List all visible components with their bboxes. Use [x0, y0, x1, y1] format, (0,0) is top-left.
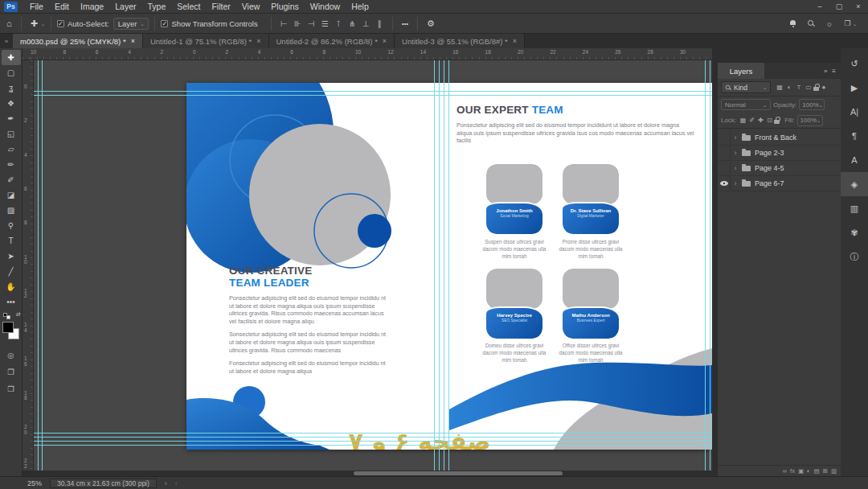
- filter-smart-object-icon[interactable]: [813, 84, 819, 91]
- vertical-guide[interactable]: [448, 60, 449, 471]
- lock-position-icon[interactable]: ✚: [756, 117, 765, 124]
- distribute-bottom-icon[interactable]: ⊥: [359, 19, 373, 28]
- expand-chevron-icon[interactable]: ›: [731, 164, 740, 172]
- horizontal-guide[interactable]: [34, 95, 712, 96]
- document-tab[interactable]: Untitled-3 @ 55.1% (RGB/8#) *×: [395, 34, 525, 48]
- expand-chevron-icon[interactable]: ›: [731, 134, 740, 142]
- show-transform-checkbox[interactable]: ✓: [161, 20, 168, 27]
- marquee-tool[interactable]: ▢: [2, 65, 21, 80]
- kind-filter-dropdown[interactable]: Kind ⌄: [721, 81, 771, 93]
- vertical-guide[interactable]: [439, 60, 440, 471]
- layers-panel-icon[interactable]: ◈: [841, 172, 868, 196]
- actions-icon[interactable]: ▶: [841, 76, 868, 100]
- minimize-button[interactable]: –: [810, 2, 829, 10]
- horizontal-guide[interactable]: [34, 433, 712, 434]
- foreground-color-swatch[interactable]: [2, 322, 14, 333]
- spot-healing-tool[interactable]: ▱: [2, 142, 21, 157]
- move-tool-icon[interactable]: ✚: [27, 18, 41, 29]
- horizontal-scrollbar[interactable]: [34, 471, 712, 476]
- horizontal-guide[interactable]: [34, 445, 712, 446]
- new-layer-icon[interactable]: ⊞: [823, 467, 828, 475]
- distribute-horizontal-icon[interactable]: ∥: [373, 19, 387, 28]
- edit-toolbar[interactable]: •••: [2, 294, 21, 310]
- close-tab-icon[interactable]: ×: [383, 37, 387, 45]
- hand-tool[interactable]: ✋: [2, 279, 21, 294]
- photoshop-logo-icon[interactable]: Ps: [4, 2, 18, 12]
- tool-preset-chevron-icon[interactable]: ⌄: [41, 21, 45, 27]
- lock-paint-icon[interactable]: ✐: [747, 117, 756, 124]
- layer-group-front-back[interactable]: › Front & Back: [718, 130, 841, 146]
- visibility-toggle[interactable]: [718, 161, 731, 176]
- menu-item[interactable]: Layer: [109, 2, 141, 11]
- align-center-vertical-icon[interactable]: ☰: [318, 19, 332, 28]
- libraries-panel-icon[interactable]: ▥: [841, 196, 868, 220]
- filter-pixel-icon[interactable]: ▦: [775, 84, 784, 91]
- lock-all-icon[interactable]: [774, 117, 780, 124]
- home-icon[interactable]: ⌂: [3, 18, 15, 28]
- filter-shape-icon[interactable]: ▭: [804, 84, 813, 91]
- color-panel-icon[interactable]: ✾: [841, 220, 868, 244]
- status-next-icon[interactable]: ›: [165, 479, 167, 487]
- maximize-button[interactable]: ▢: [829, 2, 849, 10]
- vertical-guide[interactable]: [434, 60, 435, 471]
- lock-transparency-icon[interactable]: ▦: [739, 117, 747, 124]
- panel-menu-icon[interactable]: ≡: [832, 68, 836, 75]
- menu-item[interactable]: Edit: [49, 2, 75, 11]
- document-tab[interactable]: Untitled-1 @ 75.1% (RGB/8) *×: [143, 34, 269, 48]
- vertical-guide[interactable]: [42, 60, 43, 471]
- visibility-toggle[interactable]: [718, 176, 731, 191]
- visibility-toggle[interactable]: [718, 130, 731, 146]
- horizontal-guide[interactable]: [34, 91, 712, 92]
- quick-selection-tool[interactable]: ❖: [2, 96, 21, 111]
- more-options-icon[interactable]: •••: [399, 20, 411, 27]
- eraser-tool[interactable]: ◪: [2, 187, 21, 203]
- opacity-value[interactable]: 100%⌄: [799, 99, 825, 110]
- vertical-guide[interactable]: [444, 60, 444, 471]
- eyedropper-tool[interactable]: ✒: [2, 111, 21, 126]
- align-center-horizontal-icon[interactable]: ⊪: [291, 19, 305, 28]
- workspace-options-gear-icon[interactable]: ⚙: [424, 18, 438, 29]
- adjustment-layer-icon[interactable]: ◐: [807, 467, 811, 475]
- horizontal-guide[interactable]: [34, 437, 712, 438]
- menu-item[interactable]: Help: [346, 2, 375, 11]
- distribute-center-icon[interactable]: ⋔: [346, 19, 359, 28]
- filter-toggle-icon[interactable]: ●: [819, 84, 829, 91]
- delete-layer-icon[interactable]: ▥: [831, 467, 837, 475]
- scrollbar-thumb[interactable]: [354, 471, 563, 475]
- path-selection-tool[interactable]: ➤: [2, 249, 21, 264]
- blend-mode-dropdown[interactable]: Normal⌄: [721, 99, 771, 110]
- layer-group-page-6-7[interactable]: › Page 6-7: [718, 176, 841, 191]
- menu-item[interactable]: Type: [141, 2, 171, 11]
- auto-select-target-dropdown[interactable]: Layer⌄: [113, 18, 149, 30]
- close-tab-icon[interactable]: ×: [513, 37, 517, 45]
- gradient-tool[interactable]: ▨: [2, 203, 21, 218]
- menu-item[interactable]: Select: [171, 2, 206, 11]
- align-right-icon[interactable]: ⊣: [305, 19, 318, 28]
- close-button[interactable]: ×: [849, 2, 868, 10]
- menu-item[interactable]: Image: [75, 2, 109, 11]
- menu-item[interactable]: File: [24, 2, 49, 11]
- horizontal-guide[interactable]: [34, 441, 712, 442]
- line-tool[interactable]: ╱: [2, 264, 21, 279]
- distribute-top-icon[interactable]: ⊺: [332, 19, 346, 28]
- document-page[interactable]: OUR CREATIVE TEAM LEADER Ponsectetur adi…: [186, 83, 712, 450]
- menu-item[interactable]: View: [236, 2, 266, 11]
- share-icon[interactable]: ❒: [2, 381, 21, 396]
- menu-item[interactable]: Filter: [206, 2, 235, 11]
- search-icon[interactable]: [808, 20, 814, 27]
- lock-artboard-icon[interactable]: ⊡: [765, 117, 774, 124]
- info-panel-icon[interactable]: ⓘ: [841, 244, 868, 269]
- document-tab-active[interactable]: m0030.psd @ 25% (CMYK/8) *×: [13, 34, 143, 48]
- tab-overflow-icon[interactable]: »: [0, 34, 13, 48]
- filter-type-icon[interactable]: T: [794, 84, 804, 91]
- character-panel-icon[interactable]: A|: [841, 100, 868, 124]
- workspace-switcher-icon[interactable]: ❐ ⌄: [844, 19, 857, 27]
- pencil-tool[interactable]: ✏: [2, 157, 21, 172]
- layer-effects-icon[interactable]: fx: [790, 467, 795, 475]
- menu-item[interactable]: Window: [305, 2, 346, 11]
- vertical-guide[interactable]: [710, 60, 710, 471]
- type-tool[interactable]: T: [2, 233, 21, 249]
- vertical-ruler[interactable]: 024681 01 21 41 61 82 02 2: [23, 60, 34, 471]
- swap-colors-icon[interactable]: ⇄: [16, 311, 21, 318]
- notifications-bell-icon[interactable]: [789, 20, 796, 27]
